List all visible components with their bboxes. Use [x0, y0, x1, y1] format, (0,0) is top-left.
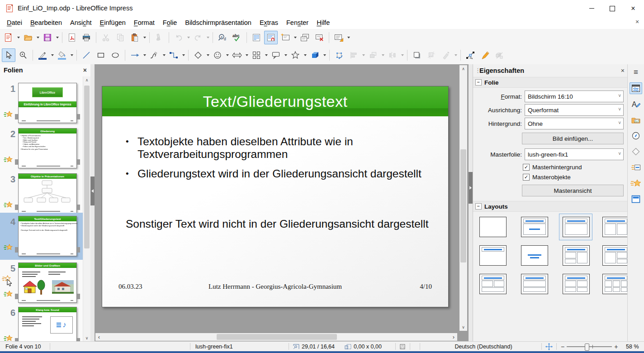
chevron-down-icon[interactable]: ˅ [618, 151, 621, 156]
copy-button[interactable] [114, 31, 127, 44]
stars-banners-button[interactable] [289, 48, 302, 62]
menu-fenster[interactable]: Fenster [282, 18, 313, 28]
layout-title-two-content[interactable] [602, 217, 630, 237]
slide-transition-star-icon[interactable] [4, 291, 13, 298]
flowchart-button[interactable] [250, 48, 263, 62]
save-dropdown-icon[interactable] [56, 37, 59, 38]
print-button[interactable] [80, 31, 93, 44]
delete-slide-button[interactable] [313, 31, 326, 44]
crop-image-button[interactable] [425, 48, 438, 62]
slide-transition-star-icon[interactable] [4, 244, 13, 251]
symbol-shapes-button[interactable] [211, 48, 224, 62]
slide-thumbnail-5[interactable]: 5 Bilder und Grafiken [0, 262, 83, 305]
scroll-left-icon[interactable]: ‹ [95, 333, 103, 341]
slide-properties-dropdown-icon[interactable] [347, 37, 350, 38]
snap-to-grid-button[interactable] [264, 31, 278, 44]
minimize-button[interactable] [581, 0, 602, 16]
arrows-dropdown-icon[interactable] [143, 54, 146, 56]
menu-folie[interactable]: Folie [159, 18, 181, 28]
toggle-extrusion-button[interactable] [492, 48, 506, 62]
title-bar[interactable]: Einf_LiO_Imp.odp - LibreOffice Impress × [0, 0, 644, 16]
arrange-dropdown-icon[interactable] [382, 54, 384, 56]
slide-thumbnail-2[interactable]: 2 Gliederung Objekte in Präsentationen T… [0, 128, 83, 171]
spelling-button[interactable]: abc [230, 31, 244, 44]
master-slide-status[interactable]: lush-green-fix1 [195, 342, 233, 351]
undo-dropdown-icon[interactable] [187, 37, 190, 38]
slide-properties-button[interactable] [332, 31, 346, 44]
layout-title-centered-text[interactable] [521, 217, 548, 237]
slide-transition-star-icon[interactable] [4, 156, 13, 163]
menu-datei[interactable]: Datei [3, 18, 26, 28]
slides-panel-close-icon[interactable]: × [83, 67, 87, 74]
layout-title-only[interactable] [479, 245, 507, 266]
collapse-icon[interactable] [475, 79, 482, 86]
zoom-slider-handle[interactable] [585, 343, 589, 351]
master-background-checkbox[interactable]: Masterhintergrund [523, 163, 582, 171]
stars-dropdown-icon[interactable] [304, 54, 307, 56]
layout-title-content[interactable] [563, 217, 590, 237]
close-button[interactable]: × [623, 0, 644, 16]
shadow-button[interactable] [410, 48, 424, 62]
tab-master-slides[interactable] [630, 193, 642, 205]
new-slide-button[interactable] [279, 31, 292, 44]
slide-transition-star-icon[interactable] [4, 201, 13, 209]
slide-content-textbox[interactable]: •Textobjekte haben dieselben Attribute w… [126, 135, 421, 187]
master-objects-checkbox[interactable]: Masterobjekte [523, 173, 571, 181]
layout-blank[interactable] [479, 217, 507, 237]
zoom-in-icon[interactable]: + [614, 343, 618, 350]
sidebar-close-icon[interactable]: × [621, 67, 625, 74]
tab-shapes[interactable] [630, 146, 642, 157]
master-slide-select[interactable]: lush-green-fix1˅ [525, 148, 624, 160]
slide-page[interactable]: Text/Gliederungstext •Textobjekte haben … [102, 86, 449, 307]
zoom-level[interactable]: 58 % [626, 342, 639, 351]
redo-button[interactable] [191, 31, 205, 44]
section-folie[interactable]: Folie [473, 77, 628, 88]
slide-transition-star-icon[interactable] [4, 111, 13, 118]
align-button[interactable] [347, 48, 360, 62]
menu-hilfe[interactable]: Hilfe [313, 18, 334, 28]
cursor-position-status[interactable]: 29,01 / 16,64 [293, 342, 335, 351]
tab-styles[interactable]: A [630, 98, 642, 110]
scroll-down-icon[interactable]: ∨ [83, 334, 90, 342]
new-document-button[interactable] [2, 31, 15, 44]
tab-navigator[interactable] [630, 130, 642, 142]
clone-formatting-button[interactable] [152, 31, 166, 44]
menu-bildschirmpraesentation[interactable]: Bildschirmpräsentation [181, 18, 256, 28]
menu-ansicht[interactable]: Ansicht [66, 18, 96, 28]
fill-color-button[interactable] [55, 48, 69, 62]
collapse-right-panel-handle[interactable] [469, 172, 473, 204]
right-panel-splitter[interactable] [469, 64, 473, 342]
slide-editing-canvas[interactable]: Text/Gliederungstext •Textobjekte haben … [95, 64, 469, 342]
slide-plain-textbox[interactable]: Sonstiger Text wird nicht in der Glieder… [126, 218, 429, 230]
lines-and-arrows-button[interactable] [128, 48, 142, 62]
save-button[interactable] [41, 31, 54, 44]
paste-button[interactable] [128, 31, 142, 44]
image-filter-button[interactable] [439, 48, 453, 62]
filter-dropdown-icon[interactable] [455, 54, 457, 56]
maximize-button[interactable] [602, 0, 623, 16]
layout-four-content[interactable] [563, 274, 590, 294]
chevron-down-icon[interactable]: ˅ [618, 93, 621, 98]
insert-image-button[interactable]: Bild einfügen... [522, 133, 624, 144]
arrange-button[interactable] [366, 48, 380, 62]
block-arrows-button[interactable] [230, 48, 244, 62]
connectors-button[interactable] [167, 48, 180, 62]
find-replace-button[interactable]: ad [216, 31, 229, 44]
fit-slide-icon[interactable] [545, 342, 553, 351]
scroll-up-icon[interactable]: ∧ [83, 76, 90, 84]
open-dropdown-icon[interactable] [37, 37, 39, 38]
tab-properties[interactable] [630, 82, 642, 94]
curves-dropdown-icon[interactable] [163, 54, 166, 56]
ellipse-button[interactable] [109, 48, 122, 62]
checkbox-checked-icon[interactable] [523, 164, 530, 171]
chevron-down-icon[interactable]: ˅ [618, 120, 621, 125]
close-document-icon[interactable]: × [633, 18, 641, 25]
chevron-down-icon[interactable]: ˅ [618, 107, 621, 112]
fill-color-dropdown-icon[interactable] [71, 54, 73, 56]
edit-points-button[interactable] [464, 48, 477, 62]
distribute-dropdown-icon[interactable] [401, 54, 404, 56]
slide-thumbnail-3[interactable]: 3 Objekte in Präsentationen [0, 173, 83, 216]
layout-title-2left-1right[interactable] [563, 245, 590, 266]
scroll-down-icon[interactable]: ∨ [459, 324, 467, 331]
callouts-button[interactable] [269, 48, 283, 62]
